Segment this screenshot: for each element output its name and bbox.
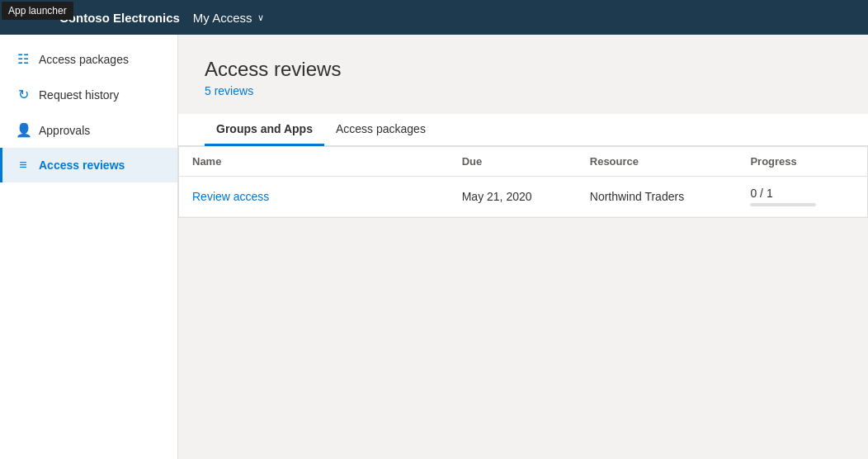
app-launcher-tooltip: App launcher	[2, 2, 73, 20]
review-count: 5 reviews	[205, 84, 842, 97]
progress-bar-background	[750, 203, 816, 206]
table-header-row: Name Due Resource Progress	[179, 147, 867, 177]
chevron-down-icon: ∨	[257, 12, 264, 23]
layout: ☷ Access packages ↻ Request history 👤 Ap…	[0, 35, 868, 459]
sidebar: ☷ Access packages ↻ Request history 👤 Ap…	[0, 35, 178, 459]
reviews-table: Name Due Resource Progress Review access…	[179, 147, 867, 217]
topbar-app-menu[interactable]: My Access ∨	[193, 11, 264, 25]
reviews-icon: ≡	[16, 158, 31, 173]
progress-text: 0 / 1	[750, 187, 854, 200]
sidebar-item-approvals[interactable]: 👤 Approvals	[0, 112, 177, 148]
table-row: Review access May 21, 2020 Northwind Tra…	[179, 177, 867, 217]
sidebar-item-access-reviews[interactable]: ≡ Access reviews	[0, 148, 177, 182]
topbar-app-name: My Access	[193, 11, 252, 25]
tab-groups-and-apps[interactable]: Groups and Apps	[205, 114, 324, 146]
sidebar-label-approvals: Approvals	[39, 124, 90, 137]
tabs-bar: Groups and Apps Access packages	[178, 114, 868, 146]
cell-resource: Northwind Traders	[577, 177, 738, 217]
approvals-icon: 👤	[16, 122, 31, 138]
sidebar-label-request-history: Request history	[39, 88, 119, 102]
sidebar-label-access-packages: Access packages	[39, 53, 129, 66]
page-title: Access reviews	[205, 58, 842, 81]
cell-name: Review access	[179, 177, 449, 217]
progress-container: 0 / 1	[750, 187, 854, 206]
tab-access-packages[interactable]: Access packages	[324, 114, 437, 146]
topbar: App launcher Contoso Electronics My Acce…	[0, 0, 868, 35]
reviews-table-container: Name Due Resource Progress Review access…	[178, 146, 868, 218]
packages-icon: ☷	[16, 51, 31, 67]
sidebar-item-request-history[interactable]: ↻ Request history	[0, 77, 177, 112]
topbar-logo: Contoso Electronics	[59, 11, 180, 25]
sidebar-item-access-packages[interactable]: ☷ Access packages	[0, 41, 177, 77]
col-header-progress: Progress	[737, 147, 867, 177]
history-icon: ↻	[16, 87, 31, 102]
cell-due: May 21, 2020	[449, 177, 577, 217]
sidebar-label-access-reviews: Access reviews	[39, 159, 125, 172]
col-header-due: Due	[449, 147, 577, 177]
review-access-link[interactable]: Review access	[192, 190, 269, 203]
cell-progress: 0 / 1	[737, 177, 867, 217]
main-content: Access reviews 5 reviews Groups and Apps…	[178, 35, 868, 459]
col-header-resource: Resource	[577, 147, 738, 177]
col-header-name: Name	[179, 147, 449, 177]
